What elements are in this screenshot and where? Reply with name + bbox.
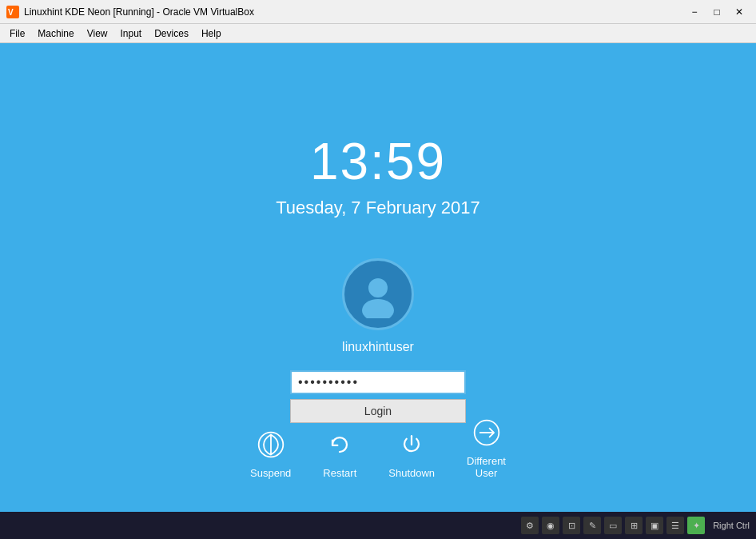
menu-file[interactable]: File bbox=[3, 26, 31, 41]
actions-bar: Suspend Restart Shutdown bbox=[250, 417, 506, 480]
taskbar: ⚙ ◉ ⊡ ✎ ▭ ⊞ ▣ ☰ ✦ Right Ctrl bbox=[0, 512, 756, 539]
different-user-label: DifferentUser bbox=[467, 455, 506, 480]
right-ctrl-label: Right Ctrl bbox=[713, 521, 750, 530]
shutdown-label: Shutdown bbox=[388, 467, 435, 480]
shutdown-icon bbox=[396, 429, 428, 461]
avatar bbox=[342, 258, 414, 330]
suspend-action[interactable]: Suspend bbox=[250, 429, 291, 480]
different-user-action[interactable]: DifferentUser bbox=[467, 417, 506, 480]
svg-point-2 bbox=[368, 278, 388, 297]
minimize-button[interactable]: − bbox=[684, 4, 705, 20]
taskbar-icon-3[interactable]: ⊡ bbox=[563, 517, 580, 534]
svg-point-3 bbox=[362, 299, 394, 318]
titlebar: V Linuxhint KDE Neon [Running] - Oracle … bbox=[0, 0, 756, 24]
clock-display: 13:59 bbox=[310, 132, 446, 191]
taskbar-icon-1[interactable]: ⚙ bbox=[521, 517, 539, 534]
taskbar-icon-2[interactable]: ◉ bbox=[542, 517, 559, 534]
taskbar-icon-4[interactable]: ✎ bbox=[583, 517, 601, 534]
taskbar-icon-5[interactable]: ▭ bbox=[604, 517, 622, 534]
svg-text:V: V bbox=[8, 8, 14, 17]
window-title: Linuxhint KDE Neon [Running] - Oracle VM… bbox=[24, 6, 254, 18]
restart-label: Restart bbox=[323, 467, 356, 480]
password-input[interactable] bbox=[290, 370, 466, 394]
login-form: Login bbox=[286, 370, 470, 423]
maximize-button[interactable]: □ bbox=[706, 4, 727, 20]
user-avatar-container: linuxhintuser bbox=[342, 258, 414, 354]
menu-input[interactable]: Input bbox=[114, 26, 149, 41]
different-user-icon bbox=[471, 417, 503, 449]
menu-help[interactable]: Help bbox=[195, 26, 228, 41]
vm-screen: 13:59 Tuesday, 7 February 2017 linuxhint… bbox=[0, 43, 756, 512]
date-display: Tuesday, 7 February 2017 bbox=[276, 198, 480, 218]
app-icon: V bbox=[6, 6, 19, 18]
taskbar-icon-9[interactable]: ✦ bbox=[687, 517, 705, 534]
taskbar-icon-8[interactable]: ☰ bbox=[666, 517, 684, 534]
suspend-icon bbox=[255, 429, 287, 461]
menu-machine[interactable]: Machine bbox=[31, 26, 80, 41]
close-button[interactable]: ✕ bbox=[729, 4, 750, 20]
window-controls: − □ ✕ bbox=[684, 4, 750, 20]
shutdown-action[interactable]: Shutdown bbox=[388, 429, 435, 480]
user-icon bbox=[354, 270, 402, 318]
taskbar-icon-7[interactable]: ▣ bbox=[646, 517, 663, 534]
taskbar-icon-6[interactable]: ⊞ bbox=[625, 517, 643, 534]
menu-devices[interactable]: Devices bbox=[148, 26, 195, 41]
suspend-label: Suspend bbox=[250, 467, 291, 480]
menu-view[interactable]: View bbox=[81, 26, 114, 41]
restart-icon bbox=[324, 429, 356, 461]
restart-action[interactable]: Restart bbox=[323, 429, 356, 480]
username-label: linuxhintuser bbox=[342, 340, 414, 354]
menubar: File Machine View Input Devices Help bbox=[0, 24, 756, 43]
